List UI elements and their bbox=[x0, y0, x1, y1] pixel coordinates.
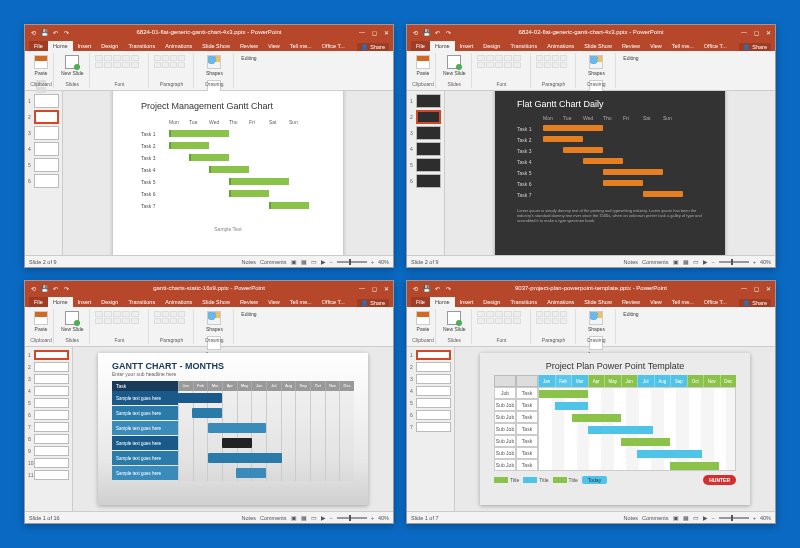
tab-officetl[interactable]: Office T... bbox=[317, 297, 350, 307]
view-reading-icon[interactable]: ▭ bbox=[311, 515, 317, 521]
zoom-level[interactable]: 40% bbox=[378, 259, 389, 265]
thumb-11[interactable]: 11 bbox=[28, 470, 69, 480]
paragraph-controls[interactable] bbox=[154, 309, 190, 324]
view-sorter-icon[interactable]: ▦ bbox=[683, 515, 689, 521]
paragraph-controls[interactable] bbox=[536, 309, 572, 324]
thumb-3[interactable]: 3 bbox=[28, 126, 59, 140]
tab-home[interactable]: Home bbox=[48, 41, 73, 51]
shapes-button[interactable]: Shapes bbox=[204, 309, 225, 334]
tab-officetl[interactable]: Office T... bbox=[699, 297, 732, 307]
tab-tellme[interactable]: Tell me... bbox=[667, 297, 699, 307]
tab-slideshow[interactable]: Slide Show bbox=[197, 41, 235, 51]
thumb-6[interactable]: 6 bbox=[28, 410, 69, 420]
tab-file[interactable]: File bbox=[29, 297, 48, 307]
thumb-3[interactable]: 3 bbox=[410, 374, 451, 384]
undo-icon[interactable]: ↶ bbox=[51, 284, 59, 292]
save-icon[interactable]: 💾 bbox=[422, 284, 430, 292]
tab-slideshow[interactable]: Slide Show bbox=[579, 297, 617, 307]
slide-canvas[interactable]: Project Management Gantt Chart MonTueWed… bbox=[63, 91, 393, 255]
tab-officetl[interactable]: Office T... bbox=[317, 41, 350, 51]
zoom-level[interactable]: 40% bbox=[760, 259, 771, 265]
tab-transitions[interactable]: Transitions bbox=[505, 297, 542, 307]
tab-insert[interactable]: Insert bbox=[455, 41, 479, 51]
slide-canvas[interactable]: Project Plan Power Point Template JobTas… bbox=[455, 347, 775, 511]
maximize-icon[interactable]: ◻ bbox=[369, 29, 379, 36]
view-slideshow-icon[interactable]: ▶ bbox=[703, 515, 708, 521]
thumb-6[interactable]: 6 bbox=[410, 410, 451, 420]
tab-animations[interactable]: Animations bbox=[160, 41, 197, 51]
zoom-slider[interactable] bbox=[719, 261, 749, 263]
view-reading-icon[interactable]: ▭ bbox=[693, 515, 699, 521]
editing-button[interactable]: Editing bbox=[621, 309, 640, 319]
view-sorter-icon[interactable]: ▦ bbox=[683, 259, 689, 265]
redo-icon[interactable]: ↷ bbox=[62, 284, 70, 292]
font-controls[interactable] bbox=[477, 309, 527, 324]
thumb-3[interactable]: 3 bbox=[410, 126, 441, 140]
tab-transitions[interactable]: Transitions bbox=[123, 41, 160, 51]
autosave-icon[interactable]: ⟲ bbox=[29, 28, 37, 36]
notes-button[interactable]: Notes bbox=[242, 515, 256, 521]
editing-button[interactable]: Editing bbox=[621, 53, 640, 63]
zoom-slider[interactable] bbox=[719, 517, 749, 519]
zoom-slider[interactable] bbox=[337, 261, 367, 263]
tab-slideshow[interactable]: Slide Show bbox=[579, 41, 617, 51]
tab-design[interactable]: Design bbox=[96, 297, 123, 307]
paste-button[interactable]: Paste bbox=[32, 309, 50, 334]
thumb-7[interactable]: 7 bbox=[28, 422, 69, 432]
comments-button[interactable]: Comments bbox=[642, 259, 669, 265]
tab-tellme[interactable]: Tell me... bbox=[667, 41, 699, 51]
font-controls[interactable] bbox=[477, 53, 527, 68]
tab-animations[interactable]: Animations bbox=[542, 297, 579, 307]
paste-button[interactable]: Paste bbox=[414, 53, 432, 78]
tab-tellme[interactable]: Tell me... bbox=[285, 297, 317, 307]
close-icon[interactable]: ✕ bbox=[763, 285, 773, 292]
share-button[interactable]: 👤Share bbox=[357, 43, 389, 51]
thumb-6[interactable]: 6 bbox=[410, 174, 441, 188]
tab-animations[interactable]: Animations bbox=[160, 297, 197, 307]
thumb-3[interactable]: 3 bbox=[28, 374, 69, 384]
view-normal-icon[interactable]: ▣ bbox=[673, 515, 679, 521]
slide-canvas[interactable]: Flat Gantt Chart Daily MonTueWedThuFriSa… bbox=[445, 91, 775, 255]
redo-icon[interactable]: ↷ bbox=[62, 28, 70, 36]
save-icon[interactable]: 💾 bbox=[422, 28, 430, 36]
shapes-button[interactable]: Shapes bbox=[586, 309, 607, 334]
minimize-icon[interactable]: — bbox=[739, 29, 749, 36]
view-slideshow-icon[interactable]: ▶ bbox=[321, 259, 326, 265]
comments-button[interactable]: Comments bbox=[642, 515, 669, 521]
shapes-button[interactable]: Shapes bbox=[204, 53, 225, 78]
newslide-button[interactable]: New Slide bbox=[441, 53, 468, 78]
undo-icon[interactable]: ↶ bbox=[433, 28, 441, 36]
view-normal-icon[interactable]: ▣ bbox=[673, 259, 679, 265]
tab-transitions[interactable]: Transitions bbox=[123, 297, 160, 307]
editing-button[interactable]: Editing bbox=[239, 309, 258, 319]
tab-home[interactable]: Home bbox=[430, 41, 455, 51]
view-sorter-icon[interactable]: ▦ bbox=[301, 259, 307, 265]
tab-officetl[interactable]: Office T... bbox=[699, 41, 732, 51]
thumb-8[interactable]: 8 bbox=[28, 434, 69, 444]
copy-button[interactable] bbox=[36, 87, 46, 93]
thumb-2[interactable]: 2 bbox=[410, 110, 441, 124]
tab-tellme[interactable]: Tell me... bbox=[285, 41, 317, 51]
paragraph-controls[interactable] bbox=[536, 53, 572, 68]
thumb-1[interactable]: 1 bbox=[28, 350, 69, 360]
tab-review[interactable]: Review bbox=[617, 41, 645, 51]
view-reading-icon[interactable]: ▭ bbox=[311, 259, 317, 265]
autosave-icon[interactable]: ⟲ bbox=[29, 284, 37, 292]
thumb-5[interactable]: 5 bbox=[410, 158, 441, 172]
zoom-level[interactable]: 40% bbox=[760, 515, 771, 521]
tab-design[interactable]: Design bbox=[96, 41, 123, 51]
shapes-button[interactable]: Shapes bbox=[586, 53, 607, 78]
save-icon[interactable]: 💾 bbox=[40, 28, 48, 36]
comments-button[interactable]: Comments bbox=[260, 259, 287, 265]
undo-icon[interactable]: ↶ bbox=[51, 28, 59, 36]
thumb-4[interactable]: 4 bbox=[410, 386, 451, 396]
tab-transitions[interactable]: Transitions bbox=[505, 41, 542, 51]
paste-button[interactable]: Paste bbox=[32, 53, 50, 78]
comments-button[interactable]: Comments bbox=[260, 515, 287, 521]
thumb-9[interactable]: 9 bbox=[28, 446, 69, 456]
share-button[interactable]: 👤Share bbox=[739, 299, 771, 307]
view-normal-icon[interactable]: ▣ bbox=[291, 515, 297, 521]
tab-design[interactable]: Design bbox=[478, 41, 505, 51]
newslide-button[interactable]: New Slide bbox=[441, 309, 468, 334]
redo-icon[interactable]: ↷ bbox=[444, 28, 452, 36]
